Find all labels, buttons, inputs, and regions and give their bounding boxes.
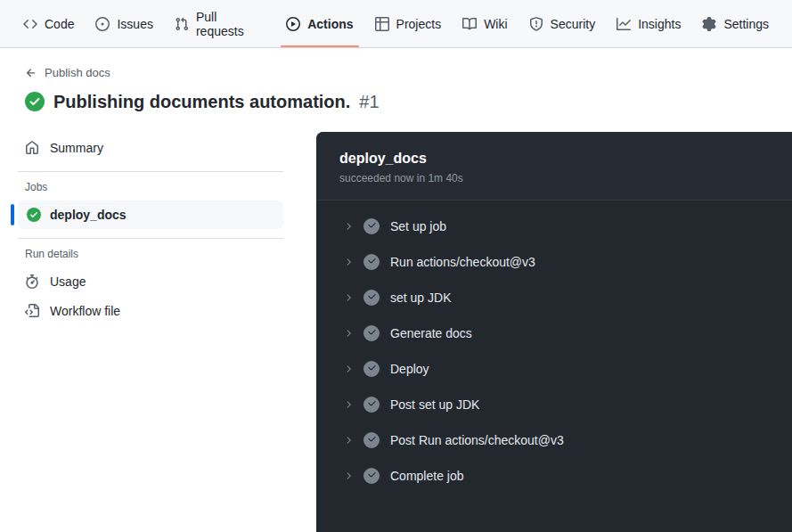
sidebar-item-label: Summary	[50, 141, 103, 155]
nav-tab-label: Insights	[638, 17, 681, 31]
graph-icon	[616, 17, 631, 31]
sidebar-divider	[18, 238, 283, 239]
sidebar-item-workflow-file[interactable]: Workflow file	[25, 297, 283, 326]
nav-tab-projects[interactable]: Projects	[366, 0, 451, 47]
step-label: Complete job	[390, 469, 464, 483]
log-job-name: deploy_docs	[339, 151, 769, 167]
step-row-generate-docs[interactable]: Generate docs	[316, 315, 792, 351]
step-check-icon	[363, 218, 380, 234]
step-label: Run actions/checkout@v3	[390, 255, 535, 269]
home-icon	[25, 141, 39, 155]
git-pull-request-icon	[175, 17, 189, 31]
chevron-right-icon	[343, 364, 354, 374]
job-log-header: deploy_docs succeeded now in 1m 40s	[316, 132, 792, 201]
file-code-icon	[25, 304, 39, 318]
step-row-post-set-up-jdk[interactable]: Post set up JDK	[316, 387, 792, 422]
step-row-post-run-checkout[interactable]: Post Run actions/checkout@v3	[316, 422, 792, 458]
nav-tab-label: Settings	[723, 17, 769, 31]
chevron-right-icon	[343, 221, 354, 232]
sidebar-item-label: Usage	[50, 274, 86, 289]
steps-list: Set up job Run actions/checkout@v3 set u…	[316, 201, 792, 494]
arrow-left-icon	[25, 67, 37, 79]
nav-tab-label: Pull requests	[196, 10, 265, 38]
repo-nav: Code Issues Pull requests Actions Projec…	[0, 0, 792, 48]
issue-opened-icon	[95, 17, 110, 31]
step-label: Set up job	[390, 219, 446, 233]
step-row-set-up-jdk[interactable]: set up JDK	[316, 280, 792, 315]
chevron-right-icon	[343, 292, 354, 303]
sidebar-job-deploy-docs[interactable]: deploy_docs	[18, 201, 283, 229]
success-check-icon	[27, 208, 41, 222]
step-check-icon	[363, 361, 380, 377]
sidebar-divider	[18, 171, 283, 172]
code-icon	[23, 17, 37, 31]
step-label: Generate docs	[390, 326, 472, 340]
nav-tab-code[interactable]: Code	[14, 0, 83, 47]
nav-tab-label: Issues	[117, 17, 152, 31]
stopwatch-icon	[25, 274, 39, 289]
step-check-icon	[363, 290, 380, 306]
nav-tab-label: Code	[45, 17, 74, 31]
nav-tab-wiki[interactable]: Wiki	[453, 0, 516, 47]
chevron-right-icon	[343, 435, 354, 446]
nav-tab-insights[interactable]: Insights	[608, 0, 690, 47]
step-row-deploy[interactable]: Deploy	[316, 351, 792, 387]
nav-tab-label: Security	[551, 17, 596, 31]
chevron-right-icon	[343, 471, 354, 481]
nav-tab-label: Wiki	[484, 17, 507, 31]
nav-tab-actions[interactable]: Actions	[277, 0, 362, 47]
job-log-panel: deploy_docs succeeded now in 1m 40s Set …	[316, 132, 792, 532]
step-check-icon	[363, 397, 380, 413]
chevron-right-icon	[343, 257, 354, 267]
nav-tab-security[interactable]: Security	[520, 0, 605, 47]
table-icon	[375, 17, 389, 31]
step-label: set up JDK	[390, 291, 451, 305]
nav-tab-label: Projects	[396, 17, 442, 31]
step-check-icon	[363, 432, 380, 448]
sidebar-item-label: Workflow file	[50, 304, 120, 318]
step-label: Post set up JDK	[390, 397, 479, 412]
nav-tab-pull-requests[interactable]: Pull requests	[166, 0, 274, 47]
step-label: Post Run actions/checkout@v3	[390, 433, 564, 447]
jobs-heading: Jobs	[25, 181, 283, 193]
chevron-right-icon	[343, 328, 354, 339]
step-row-run-checkout[interactable]: Run actions/checkout@v3	[316, 244, 792, 280]
step-label: Deploy	[390, 362, 429, 376]
step-row-set-up-job[interactable]: Set up job	[316, 209, 792, 244]
sidebar-item-usage[interactable]: Usage	[25, 267, 283, 297]
gear-icon	[702, 17, 716, 31]
step-check-icon	[363, 325, 380, 341]
shield-icon	[529, 17, 543, 31]
breadcrumb-label: Publish docs	[45, 66, 110, 79]
play-circle-icon	[286, 17, 300, 31]
success-check-icon	[25, 92, 45, 111]
run-details-heading: Run details	[25, 248, 283, 260]
job-name: deploy_docs	[50, 208, 127, 222]
nav-tab-issues[interactable]: Issues	[86, 0, 161, 47]
nav-tab-label: Actions	[307, 17, 353, 31]
book-icon	[462, 17, 477, 31]
step-check-icon	[363, 468, 380, 484]
nav-tab-settings[interactable]: Settings	[693, 0, 778, 47]
chevron-right-icon	[343, 399, 354, 410]
run-sidebar: Summary Jobs deploy_docs Run details Usa…	[0, 132, 316, 523]
step-check-icon	[363, 254, 380, 270]
log-status-line: succeeded now in 1m 40s	[339, 172, 769, 184]
step-row-complete-job[interactable]: Complete job	[316, 458, 792, 494]
back-link[interactable]: Publish docs	[25, 66, 110, 79]
run-header: Publish docs Publishing documents automa…	[0, 48, 792, 112]
run-title: Publishing documents automation.	[53, 92, 350, 112]
sidebar-item-summary[interactable]: Summary	[25, 134, 283, 162]
run-number: #1	[359, 92, 379, 112]
